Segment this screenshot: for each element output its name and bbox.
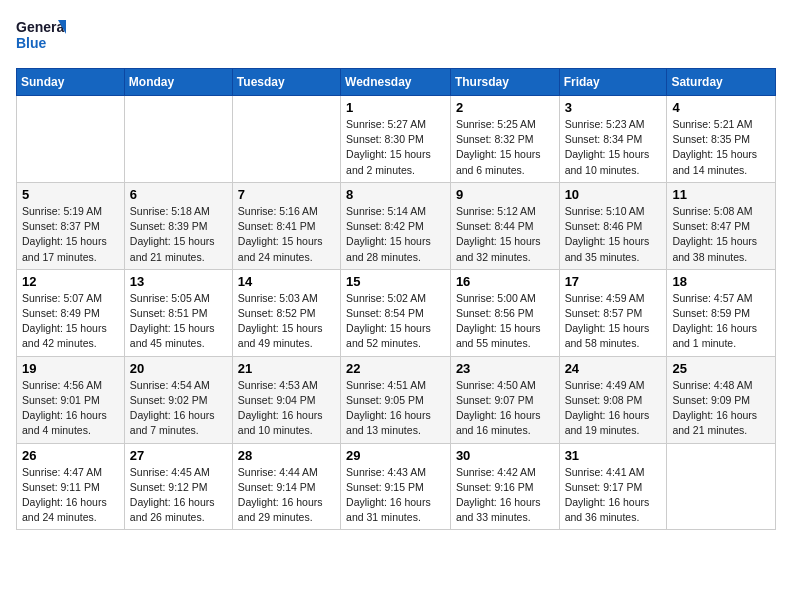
calendar-week-row: 12Sunrise: 5:07 AM Sunset: 8:49 PM Dayli… (17, 269, 776, 356)
svg-text:General: General (16, 19, 66, 35)
day-info: Sunrise: 4:59 AM Sunset: 8:57 PM Dayligh… (565, 291, 662, 352)
day-info: Sunrise: 5:19 AM Sunset: 8:37 PM Dayligh… (22, 204, 119, 265)
calendar-cell: 19Sunrise: 4:56 AM Sunset: 9:01 PM Dayli… (17, 356, 125, 443)
weekday-header-row: SundayMondayTuesdayWednesdayThursdayFrid… (17, 69, 776, 96)
day-info: Sunrise: 4:42 AM Sunset: 9:16 PM Dayligh… (456, 465, 554, 526)
day-number: 1 (346, 100, 445, 115)
calendar-cell: 29Sunrise: 4:43 AM Sunset: 9:15 PM Dayli… (341, 443, 451, 530)
weekday-header-wednesday: Wednesday (341, 69, 451, 96)
calendar-cell: 15Sunrise: 5:02 AM Sunset: 8:54 PM Dayli… (341, 269, 451, 356)
day-number: 7 (238, 187, 335, 202)
calendar-cell: 1Sunrise: 5:27 AM Sunset: 8:30 PM Daylig… (341, 96, 451, 183)
day-info: Sunrise: 4:51 AM Sunset: 9:05 PM Dayligh… (346, 378, 445, 439)
day-info: Sunrise: 4:56 AM Sunset: 9:01 PM Dayligh… (22, 378, 119, 439)
day-number: 8 (346, 187, 445, 202)
day-number: 22 (346, 361, 445, 376)
day-info: Sunrise: 5:27 AM Sunset: 8:30 PM Dayligh… (346, 117, 445, 178)
day-number: 23 (456, 361, 554, 376)
day-info: Sunrise: 5:25 AM Sunset: 8:32 PM Dayligh… (456, 117, 554, 178)
calendar-cell: 18Sunrise: 4:57 AM Sunset: 8:59 PM Dayli… (667, 269, 776, 356)
day-number: 21 (238, 361, 335, 376)
calendar-week-row: 19Sunrise: 4:56 AM Sunset: 9:01 PM Dayli… (17, 356, 776, 443)
day-number: 19 (22, 361, 119, 376)
calendar-week-row: 1Sunrise: 5:27 AM Sunset: 8:30 PM Daylig… (17, 96, 776, 183)
calendar-table: SundayMondayTuesdayWednesdayThursdayFrid… (16, 68, 776, 530)
day-info: Sunrise: 4:50 AM Sunset: 9:07 PM Dayligh… (456, 378, 554, 439)
calendar-cell: 12Sunrise: 5:07 AM Sunset: 8:49 PM Dayli… (17, 269, 125, 356)
logo: GeneralBlue (16, 16, 66, 56)
day-info: Sunrise: 5:08 AM Sunset: 8:47 PM Dayligh… (672, 204, 770, 265)
calendar-cell: 16Sunrise: 5:00 AM Sunset: 8:56 PM Dayli… (450, 269, 559, 356)
day-info: Sunrise: 5:16 AM Sunset: 8:41 PM Dayligh… (238, 204, 335, 265)
calendar-body: 1Sunrise: 5:27 AM Sunset: 8:30 PM Daylig… (17, 96, 776, 530)
calendar-cell: 21Sunrise: 4:53 AM Sunset: 9:04 PM Dayli… (232, 356, 340, 443)
calendar-cell (124, 96, 232, 183)
calendar-cell: 6Sunrise: 5:18 AM Sunset: 8:39 PM Daylig… (124, 182, 232, 269)
day-info: Sunrise: 5:07 AM Sunset: 8:49 PM Dayligh… (22, 291, 119, 352)
calendar-cell: 26Sunrise: 4:47 AM Sunset: 9:11 PM Dayli… (17, 443, 125, 530)
day-number: 26 (22, 448, 119, 463)
calendar-cell: 8Sunrise: 5:14 AM Sunset: 8:42 PM Daylig… (341, 182, 451, 269)
calendar-cell: 20Sunrise: 4:54 AM Sunset: 9:02 PM Dayli… (124, 356, 232, 443)
day-info: Sunrise: 5:00 AM Sunset: 8:56 PM Dayligh… (456, 291, 554, 352)
day-number: 25 (672, 361, 770, 376)
calendar-cell: 10Sunrise: 5:10 AM Sunset: 8:46 PM Dayli… (559, 182, 667, 269)
day-number: 9 (456, 187, 554, 202)
calendar-cell: 7Sunrise: 5:16 AM Sunset: 8:41 PM Daylig… (232, 182, 340, 269)
calendar-week-row: 5Sunrise: 5:19 AM Sunset: 8:37 PM Daylig… (17, 182, 776, 269)
calendar-cell: 4Sunrise: 5:21 AM Sunset: 8:35 PM Daylig… (667, 96, 776, 183)
day-number: 20 (130, 361, 227, 376)
day-number: 13 (130, 274, 227, 289)
day-info: Sunrise: 5:03 AM Sunset: 8:52 PM Dayligh… (238, 291, 335, 352)
page-header: GeneralBlue (16, 16, 776, 56)
calendar-cell: 17Sunrise: 4:59 AM Sunset: 8:57 PM Dayli… (559, 269, 667, 356)
weekday-header-thursday: Thursday (450, 69, 559, 96)
day-number: 30 (456, 448, 554, 463)
day-number: 31 (565, 448, 662, 463)
calendar-cell: 13Sunrise: 5:05 AM Sunset: 8:51 PM Dayli… (124, 269, 232, 356)
calendar-cell: 3Sunrise: 5:23 AM Sunset: 8:34 PM Daylig… (559, 96, 667, 183)
logo-icon: GeneralBlue (16, 16, 66, 56)
day-info: Sunrise: 4:57 AM Sunset: 8:59 PM Dayligh… (672, 291, 770, 352)
day-number: 12 (22, 274, 119, 289)
day-info: Sunrise: 4:49 AM Sunset: 9:08 PM Dayligh… (565, 378, 662, 439)
day-number: 3 (565, 100, 662, 115)
day-number: 24 (565, 361, 662, 376)
day-number: 11 (672, 187, 770, 202)
day-info: Sunrise: 5:05 AM Sunset: 8:51 PM Dayligh… (130, 291, 227, 352)
day-info: Sunrise: 4:54 AM Sunset: 9:02 PM Dayligh… (130, 378, 227, 439)
day-number: 5 (22, 187, 119, 202)
calendar-week-row: 26Sunrise: 4:47 AM Sunset: 9:11 PM Dayli… (17, 443, 776, 530)
day-number: 18 (672, 274, 770, 289)
day-number: 29 (346, 448, 445, 463)
calendar-cell: 24Sunrise: 4:49 AM Sunset: 9:08 PM Dayli… (559, 356, 667, 443)
day-info: Sunrise: 5:10 AM Sunset: 8:46 PM Dayligh… (565, 204, 662, 265)
calendar-cell (17, 96, 125, 183)
day-info: Sunrise: 5:18 AM Sunset: 8:39 PM Dayligh… (130, 204, 227, 265)
weekday-header-sunday: Sunday (17, 69, 125, 96)
calendar-cell: 14Sunrise: 5:03 AM Sunset: 8:52 PM Dayli… (232, 269, 340, 356)
day-number: 2 (456, 100, 554, 115)
calendar-cell: 27Sunrise: 4:45 AM Sunset: 9:12 PM Dayli… (124, 443, 232, 530)
day-number: 15 (346, 274, 445, 289)
day-info: Sunrise: 4:45 AM Sunset: 9:12 PM Dayligh… (130, 465, 227, 526)
day-info: Sunrise: 4:44 AM Sunset: 9:14 PM Dayligh… (238, 465, 335, 526)
calendar-cell: 25Sunrise: 4:48 AM Sunset: 9:09 PM Dayli… (667, 356, 776, 443)
day-info: Sunrise: 4:41 AM Sunset: 9:17 PM Dayligh… (565, 465, 662, 526)
day-number: 6 (130, 187, 227, 202)
day-info: Sunrise: 5:21 AM Sunset: 8:35 PM Dayligh… (672, 117, 770, 178)
day-info: Sunrise: 5:14 AM Sunset: 8:42 PM Dayligh… (346, 204, 445, 265)
day-info: Sunrise: 4:48 AM Sunset: 9:09 PM Dayligh… (672, 378, 770, 439)
day-number: 17 (565, 274, 662, 289)
day-info: Sunrise: 5:23 AM Sunset: 8:34 PM Dayligh… (565, 117, 662, 178)
calendar-cell: 23Sunrise: 4:50 AM Sunset: 9:07 PM Dayli… (450, 356, 559, 443)
day-info: Sunrise: 4:47 AM Sunset: 9:11 PM Dayligh… (22, 465, 119, 526)
calendar-cell: 9Sunrise: 5:12 AM Sunset: 8:44 PM Daylig… (450, 182, 559, 269)
day-number: 16 (456, 274, 554, 289)
day-number: 4 (672, 100, 770, 115)
calendar-cell: 28Sunrise: 4:44 AM Sunset: 9:14 PM Dayli… (232, 443, 340, 530)
calendar-cell: 31Sunrise: 4:41 AM Sunset: 9:17 PM Dayli… (559, 443, 667, 530)
day-number: 14 (238, 274, 335, 289)
calendar-cell: 5Sunrise: 5:19 AM Sunset: 8:37 PM Daylig… (17, 182, 125, 269)
calendar-cell: 30Sunrise: 4:42 AM Sunset: 9:16 PM Dayli… (450, 443, 559, 530)
